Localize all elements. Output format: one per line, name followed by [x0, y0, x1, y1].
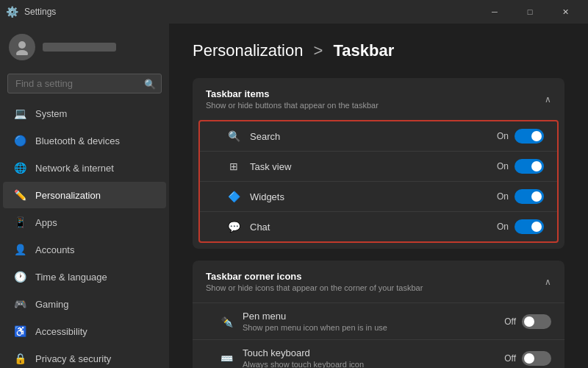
chat-icon: 💬	[226, 219, 241, 234]
toggle-widgets[interactable]	[514, 189, 544, 204]
sidebar-label-accounts: Accounts	[35, 244, 74, 255]
section-header-taskbar-corner-icons[interactable]: Taskbar corner icons Show or hide icons …	[193, 261, 564, 302]
sidebar: 🔍 💻 System 🔵 Bluetooth & devices 🌐 Netwo…	[0, 24, 169, 368]
setting-right-chat: On	[497, 219, 544, 234]
setting-row-left: ✒️ Pen menu Show pen menu icon when pen …	[219, 311, 387, 332]
sidebar-item-gaming[interactable]: 🎮 Gaming	[3, 291, 166, 317]
sidebar-item-personalization[interactable]: ✏️ Personalization	[3, 182, 166, 208]
setting-sublabel: Always show touch keyboard icon	[243, 360, 364, 368]
setting-text: Chat	[250, 222, 270, 233]
privacy-icon: 🔒	[13, 352, 26, 365]
setting-row-pen-menu: ✒️ Pen menu Show pen menu icon when pen …	[193, 302, 564, 339]
setting-label-task-view: Task view	[250, 161, 291, 172]
setting-row-chat: 💬 Chat On	[200, 211, 557, 241]
titlebar-controls: ─ □ ✕	[478, 0, 582, 24]
toggle-thumb-chat	[531, 222, 542, 232]
svg-point-1	[16, 50, 28, 55]
accessibility-icon: ♿	[13, 325, 26, 338]
accounts-icon: 👤	[13, 243, 26, 256]
setting-row-left: ⌨️ Touch keyboard Always show touch keyb…	[219, 347, 364, 368]
settings-icon: ⚙️	[6, 6, 18, 18]
section-title-wrap: Taskbar items Show or hide buttons that …	[206, 88, 379, 110]
toggle-label-search: On	[497, 131, 509, 141]
sidebar-item-time[interactable]: 🕐 Time & language	[3, 263, 166, 290]
setting-text: Touch keyboard Always show touch keyboar…	[243, 347, 364, 368]
setting-row-left: 💬 Chat	[226, 219, 270, 234]
breadcrumb-separator: >	[314, 41, 323, 60]
gaming-icon: 🎮	[13, 297, 26, 311]
apps-icon: 📱	[13, 216, 26, 229]
bluetooth-icon: 🔵	[13, 134, 26, 147]
sidebar-item-privacy[interactable]: 🔒 Privacy & security	[3, 345, 166, 368]
sidebar-label-accessibility: Accessibility	[35, 326, 87, 337]
toggle-thumb-task-view	[531, 161, 542, 171]
setting-label-chat: Chat	[250, 222, 270, 233]
search-input[interactable]	[7, 74, 162, 93]
setting-right-pen-menu: Off	[504, 314, 551, 329]
sidebar-item-accounts[interactable]: 👤 Accounts	[3, 236, 166, 263]
sidebar-item-network[interactable]: 🌐 Network & internet	[3, 155, 166, 181]
setting-label-pen-menu: Pen menu	[243, 311, 387, 322]
sidebar-item-bluetooth[interactable]: 🔵 Bluetooth & devices	[3, 127, 166, 154]
page-header: Personalization > Taskbar	[193, 41, 564, 60]
toggle-thumb-touch-keyboard	[524, 353, 534, 364]
section-header-taskbar-items[interactable]: Taskbar items Show or hide buttons that …	[193, 78, 564, 120]
sidebar-label-privacy: Privacy & security	[35, 353, 111, 364]
section-title: Taskbar items	[206, 88, 379, 99]
toggle-search[interactable]	[514, 129, 544, 144]
setting-row-widgets: 🔷 Widgets On	[200, 181, 557, 211]
toggle-label-task-view: On	[497, 161, 509, 171]
search-icon: 🔍	[144, 78, 156, 89]
toggle-touch-keyboard[interactable]	[522, 351, 551, 366]
section-taskbar-corner-icons: Taskbar corner icons Show or hide icons …	[193, 261, 564, 368]
sidebar-label-gaming: Gaming	[35, 299, 69, 310]
sidebar-item-accessibility[interactable]: ♿ Accessibility	[3, 318, 166, 344]
main-layout: 🔍 💻 System 🔵 Bluetooth & devices 🌐 Netwo…	[0, 24, 588, 368]
chevron-icon: ∧	[545, 94, 551, 105]
system-icon: 💻	[13, 107, 26, 120]
network-icon: 🌐	[13, 161, 26, 174]
search-box[interactable]: 🔍	[7, 74, 162, 93]
close-button[interactable]: ✕	[548, 0, 582, 24]
profile-section	[0, 24, 169, 71]
svg-point-0	[18, 41, 26, 49]
toggle-label-pen-menu: Off	[504, 316, 516, 327]
toggle-pen-menu[interactable]	[522, 314, 551, 329]
setting-row-left: ⊞ Task view	[226, 159, 291, 174]
toggle-thumb-pen-menu	[524, 316, 534, 327]
setting-right-widgets: On	[497, 189, 544, 204]
setting-row-search: 🔍 Search On	[200, 121, 557, 151]
minimize-button[interactable]: ─	[478, 0, 512, 24]
toggle-label-chat: On	[497, 222, 509, 232]
setting-text: Pen menu Show pen menu icon when pen is …	[243, 311, 387, 332]
setting-text: Search	[250, 131, 280, 142]
page-title: Personalization > Taskbar	[193, 41, 394, 60]
personalization-icon: ✏️	[13, 188, 26, 202]
widgets-icon: 🔷	[226, 189, 241, 204]
sidebar-label-personalization: Personalization	[35, 190, 101, 201]
maximize-button[interactable]: □	[513, 0, 547, 24]
breadcrumb-parent[interactable]: Personalization	[193, 41, 303, 60]
setting-text: Task view	[250, 161, 291, 172]
section-subtitle: Show or hide buttons that appear on the …	[206, 101, 379, 110]
setting-right-task-view: On	[497, 159, 544, 174]
sidebar-item-system[interactable]: 💻 System	[3, 100, 166, 127]
chevron-icon: ∧	[545, 277, 551, 287]
setting-sublabel: Show pen menu icon when pen is in use	[243, 323, 387, 332]
page-current: Taskbar	[334, 41, 395, 60]
time-icon: 🕐	[13, 270, 26, 283]
sidebar-label-bluetooth: Bluetooth & devices	[35, 135, 120, 146]
sidebar-item-apps[interactable]: 📱 Apps	[3, 209, 166, 236]
toggle-thumb-widgets	[531, 191, 542, 202]
setting-right-touch-keyboard: Off	[504, 351, 551, 366]
setting-row-touch-keyboard: ⌨️ Touch keyboard Always show touch keyb…	[193, 339, 564, 368]
sidebar-label-apps: Apps	[35, 217, 57, 228]
setting-row-left: 🔍 Search	[226, 129, 280, 144]
setting-label-touch-keyboard: Touch keyboard	[243, 347, 364, 358]
toggle-task-view[interactable]	[514, 159, 544, 174]
setting-label-search: Search	[250, 131, 280, 142]
toggle-chat[interactable]	[514, 219, 544, 234]
toggle-thumb-search	[531, 131, 542, 141]
titlebar: ⚙️ Settings ─ □ ✕	[0, 0, 588, 24]
setting-text: Widgets	[250, 191, 284, 202]
